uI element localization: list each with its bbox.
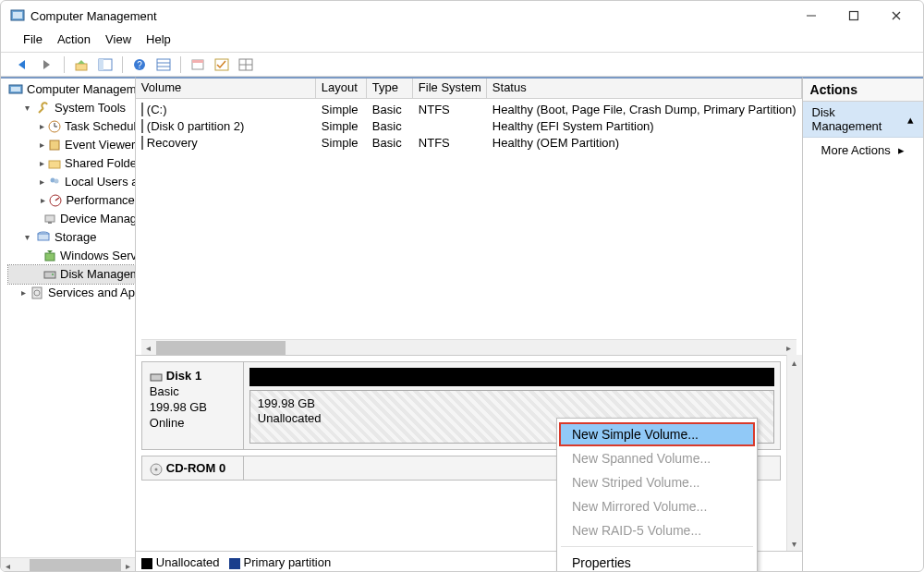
ctx-new-spanned-volume: New Spanned Volume... (559, 446, 755, 470)
disk-info: Disk 1 Basic 199.98 GB Online (142, 362, 244, 449)
sidebar-tree: Computer Management (Local) ▾ System Too… (1, 77, 136, 572)
volume-grid-hscrollbar[interactable]: ◂▸ (141, 339, 796, 355)
svg-rect-15 (192, 60, 203, 63)
svg-point-37 (52, 274, 54, 275)
tree-group-storage[interactable]: ▾ Storage (8, 228, 135, 247)
app-icon (10, 8, 25, 23)
titlebar: Computer Management (1, 1, 923, 30)
window-title: Computer Management (30, 9, 790, 23)
clock-icon (48, 119, 61, 134)
col-filesystem[interactable]: File System (413, 79, 487, 98)
chevron-right-icon[interactable]: ▸ (40, 136, 44, 154)
tree-item-server-backup[interactable]: Windows Server Backup (8, 247, 135, 265)
col-layout[interactable]: Layout (316, 79, 367, 98)
backup-icon (43, 249, 56, 263)
svg-rect-32 (48, 222, 52, 224)
sidebar-hscrollbar[interactable]: ◂▸ (1, 557, 135, 572)
up-level-icon[interactable] (72, 55, 91, 74)
tree-group-system-tools[interactable]: ▾ System Tools (8, 99, 135, 117)
svg-point-42 (154, 468, 157, 470)
svg-rect-21 (11, 87, 20, 91)
svg-rect-34 (38, 234, 49, 240)
tree-item-local-users[interactable]: ▸Local Users and Groups (8, 173, 135, 191)
volume-icon (141, 136, 143, 150)
tree-item-disk-management[interactable]: Disk Management (8, 265, 135, 284)
menu-view[interactable]: View (100, 30, 137, 48)
actions-more[interactable]: More Actions ▸ (803, 138, 923, 163)
toolbar: ? (1, 53, 923, 77)
svg-rect-25 (50, 140, 59, 150)
svg-rect-26 (49, 161, 60, 168)
svg-text:?: ? (137, 60, 142, 70)
chevron-down-icon[interactable]: ▾ (21, 99, 32, 117)
svg-rect-8 (99, 59, 103, 70)
tools-icon (36, 101, 51, 116)
minimize-button[interactable] (790, 1, 833, 30)
show-tree-icon[interactable] (96, 55, 115, 74)
tree-root[interactable]: Computer Management (Local) (8, 80, 135, 99)
context-menu: New Simple Volume... New Spanned Volume.… (556, 418, 758, 572)
close-button[interactable] (875, 1, 918, 30)
event-icon (48, 138, 61, 152)
users-icon (48, 175, 61, 189)
ctx-new-raid5-volume: New RAID-5 Volume... (559, 518, 755, 542)
partition-stripe (249, 368, 774, 386)
svg-rect-11 (157, 59, 170, 70)
volume-grid-body: (C:) Simple Basic NTFS Healthy (Boot, Pa… (136, 99, 802, 330)
tree-item-device-manager[interactable]: Device Manager (8, 210, 135, 228)
tree-group-services[interactable]: ▸ Services and Applications (8, 284, 135, 302)
volume-icon (141, 103, 143, 116)
chevron-right-icon[interactable]: ▸ (40, 154, 44, 173)
col-volume[interactable]: Volume (136, 79, 316, 98)
chevron-right-icon[interactable]: ▸ (40, 117, 44, 136)
svg-rect-40 (151, 374, 162, 381)
volume-icon (141, 119, 143, 133)
actions-title: Actions (803, 79, 923, 102)
col-type[interactable]: Type (367, 79, 413, 98)
help-icon[interactable]: ? (130, 55, 149, 74)
disk-icon (150, 371, 163, 383)
chevron-down-icon[interactable]: ▾ (21, 228, 32, 247)
shared-folder-icon (48, 156, 61, 171)
ctx-properties[interactable]: Properties (559, 551, 755, 572)
chevron-right-icon: ▸ (898, 143, 905, 157)
layout-icon[interactable] (237, 55, 255, 74)
tree-item-task-scheduler[interactable]: ▸Task Scheduler (8, 117, 135, 136)
performance-icon (49, 193, 62, 208)
legend-unallocated: Unallocated (141, 555, 220, 569)
back-icon[interactable] (14, 55, 32, 74)
ctx-separator (561, 546, 753, 547)
main-area: Computer Management (Local) ▾ System Too… (1, 77, 923, 572)
tree-item-shared-folders[interactable]: ▸Shared Folders (8, 154, 135, 173)
svg-point-28 (55, 179, 59, 184)
checklist-icon[interactable] (213, 55, 231, 74)
forward-icon[interactable] (38, 55, 56, 74)
actions-category[interactable]: Disk Management ▴ (803, 102, 923, 138)
chevron-up-icon: ▴ (907, 113, 914, 127)
diskmap-vscrollbar[interactable]: ▴▾ (786, 355, 802, 551)
tree-item-event-viewer[interactable]: ▸Event Viewer (8, 136, 135, 154)
legend-primary: Primary partition (229, 555, 332, 569)
volume-row[interactable]: (Disk 0 partition 2) Simple Basic Health… (136, 117, 802, 134)
menu-action[interactable]: Action (52, 30, 96, 48)
volume-grid-header: Volume Layout Type File System Status (136, 79, 802, 99)
chevron-right-icon[interactable]: ▸ (21, 284, 26, 302)
ctx-new-simple-volume[interactable]: New Simple Volume... (559, 422, 755, 446)
menu-file[interactable]: File (18, 30, 48, 48)
volume-row[interactable]: (C:) Simple Basic NTFS Healthy (Boot, Pa… (136, 101, 802, 117)
ctx-new-striped-volume: New Striped Volume... (559, 470, 755, 494)
storage-icon (36, 230, 51, 245)
volume-row[interactable]: Recovery Simple Basic NTFS Healthy (OEM … (136, 134, 802, 151)
chevron-right-icon[interactable]: ▸ (40, 191, 45, 210)
col-status[interactable]: Status (487, 79, 802, 98)
properties-icon[interactable] (188, 55, 207, 74)
svg-rect-6 (76, 64, 87, 70)
maximize-button[interactable] (833, 1, 875, 30)
window-controls (790, 1, 918, 30)
computer-icon (8, 82, 23, 97)
services-icon (30, 286, 44, 300)
view-list-icon[interactable] (154, 55, 173, 74)
chevron-right-icon[interactable]: ▸ (40, 173, 44, 191)
tree-item-performance[interactable]: ▸Performance (8, 191, 135, 210)
menu-help[interactable]: Help (140, 30, 176, 48)
